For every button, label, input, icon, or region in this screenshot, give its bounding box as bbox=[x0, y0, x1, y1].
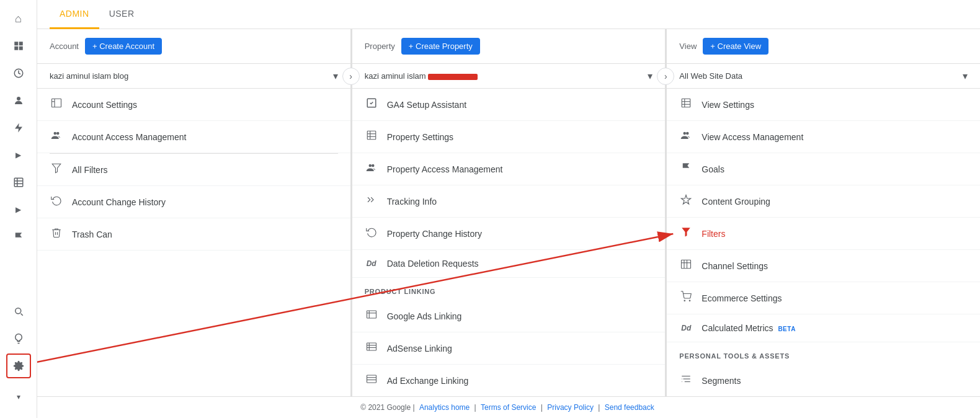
tab-user[interactable]: USER bbox=[99, 0, 145, 29]
trash-can-icon bbox=[50, 227, 63, 241]
svg-point-55 bbox=[690, 300, 691, 301]
account-settings-item[interactable]: Account Settings bbox=[37, 89, 350, 121]
view-col-header: View + Create View bbox=[667, 29, 980, 64]
account-change-history-item[interactable]: Account Change History bbox=[37, 186, 350, 218]
property-selector-text: kazi aminul islam bbox=[365, 71, 643, 81]
sidebar-explore-icon[interactable] bbox=[6, 299, 31, 324]
sidebar-expand3-icon[interactable]: ▾ bbox=[6, 385, 31, 409]
account-menu-items: Account Settings Account Access Manageme… bbox=[37, 89, 350, 396]
view-access-management-item[interactable]: View Access Management bbox=[667, 121, 980, 153]
tracking-info-item[interactable]: Tracking Info bbox=[352, 185, 666, 218]
property-menu-items: GA4 Setup Assistant Property Settings Pr… bbox=[352, 89, 666, 396]
sidebar-lightbulb-icon[interactable] bbox=[6, 326, 31, 351]
create-property-button[interactable]: + Create Property bbox=[401, 38, 480, 55]
all-filters-item[interactable]: All Filters bbox=[37, 154, 350, 186]
all-filters-label: All Filters bbox=[72, 165, 338, 175]
filters-item[interactable]: Filters bbox=[667, 218, 980, 250]
all-filters-icon bbox=[50, 162, 63, 177]
property-access-label: Property Access Management bbox=[387, 164, 653, 174]
sidebar-expand-icon[interactable]: ▶ bbox=[6, 143, 31, 167]
sidebar: ⌂ ▶ ▶ ▾ bbox=[0, 0, 37, 418]
calculated-metrics-item[interactable]: Dd Calculated Metrics BETA bbox=[667, 314, 980, 342]
sidebar-table-icon[interactable] bbox=[6, 170, 31, 195]
calculated-metrics-icon: Dd bbox=[679, 324, 693, 332]
view-selector[interactable]: All Web Site Data ▾ bbox=[667, 64, 980, 89]
footer-privacy[interactable]: Privacy Policy bbox=[547, 403, 594, 412]
tab-admin[interactable]: ADMIN bbox=[50, 0, 99, 29]
svg-rect-16 bbox=[52, 99, 61, 107]
property-change-history-item[interactable]: Property Change History bbox=[352, 218, 666, 250]
account-access-label: Account Access Management bbox=[72, 132, 338, 142]
svg-marker-49 bbox=[682, 228, 691, 236]
trash-can-label: Trash Can bbox=[72, 229, 338, 239]
footer-copyright: © 2021 Google bbox=[360, 403, 411, 412]
admin-content: Account + Create Account kazi aminul isl… bbox=[37, 29, 980, 396]
svg-rect-0 bbox=[14, 42, 18, 45]
svg-point-28 bbox=[372, 164, 375, 167]
content-grouping-label: Content Grouping bbox=[702, 197, 968, 207]
google-ads-label: Google Ads Linking bbox=[387, 311, 653, 321]
account-access-management-item[interactable]: Account Access Management bbox=[37, 121, 350, 153]
svg-rect-32 bbox=[367, 343, 376, 350]
svg-rect-36 bbox=[367, 375, 376, 383]
segments-item[interactable]: Segments bbox=[667, 365, 980, 396]
view-selector-text: All Web Site Data bbox=[679, 71, 958, 81]
property-change-history-icon bbox=[365, 226, 378, 241]
create-account-button[interactable]: + Create Account bbox=[85, 38, 162, 55]
settings-icon[interactable] bbox=[6, 354, 31, 378]
goals-item[interactable]: Goals bbox=[667, 153, 980, 185]
account-selector[interactable]: kazi aminul islam blog ▾ bbox=[37, 64, 350, 89]
sidebar-lightning-icon[interactable] bbox=[6, 115, 31, 140]
trash-can-item[interactable]: Trash Can bbox=[37, 218, 350, 251]
ad-exchange-linking-item[interactable]: Ad Exchange Linking bbox=[352, 365, 666, 396]
ga4-setup-item[interactable]: GA4 Setup Assistant bbox=[352, 89, 666, 121]
account-access-icon bbox=[50, 130, 63, 144]
svg-point-11 bbox=[17, 365, 20, 368]
svg-marker-6 bbox=[15, 123, 22, 133]
account-chevron-icon: ▾ bbox=[333, 70, 338, 82]
sidebar-expand2-icon[interactable]: ▶ bbox=[6, 197, 31, 222]
sidebar-person-icon[interactable] bbox=[6, 88, 31, 113]
footer-analytics-home[interactable]: Analytics home bbox=[419, 403, 470, 412]
sidebar-grid-icon[interactable] bbox=[6, 33, 31, 58]
data-deletion-requests-item[interactable]: Dd Data Deletion Requests bbox=[352, 250, 666, 278]
adsense-linking-item[interactable]: AdSense Linking bbox=[352, 332, 666, 365]
property-access-management-item[interactable]: Property Access Management bbox=[352, 153, 666, 185]
col-divider-1: › bbox=[351, 29, 352, 396]
property-chevron-icon: ▾ bbox=[648, 70, 653, 82]
view-settings-icon bbox=[679, 97, 693, 112]
view-settings-item[interactable]: View Settings bbox=[667, 89, 980, 121]
property-settings-label: Property Settings bbox=[387, 132, 653, 142]
channel-settings-item[interactable]: Channel Settings bbox=[667, 250, 980, 282]
footer: © 2021 Google | Analytics home | Terms o… bbox=[37, 396, 980, 418]
svg-rect-1 bbox=[19, 42, 22, 45]
segments-label: Segments bbox=[702, 376, 968, 386]
ecommerce-settings-item[interactable]: Ecommerce Settings bbox=[667, 282, 980, 314]
account-selector-text: kazi aminul islam blog bbox=[50, 71, 328, 81]
channel-settings-label: Channel Settings bbox=[702, 261, 968, 271]
create-view-button[interactable]: + Create View bbox=[703, 38, 768, 55]
account-change-history-label: Account Change History bbox=[72, 197, 338, 207]
google-ads-linking-item[interactable]: Google Ads Linking bbox=[352, 300, 666, 332]
tracking-info-icon bbox=[365, 194, 378, 208]
svg-rect-3 bbox=[19, 47, 22, 50]
google-ads-icon bbox=[365, 309, 378, 323]
sidebar-clock-icon[interactable] bbox=[6, 61, 31, 86]
col-arrow-1[interactable]: › bbox=[342, 68, 360, 85]
account-label: Account bbox=[50, 42, 79, 51]
property-change-history-label: Property Change History bbox=[387, 229, 653, 239]
property-selector[interactable]: kazi aminul islam ▾ bbox=[352, 64, 666, 89]
product-linking-section-label: PRODUCT LINKING bbox=[352, 278, 666, 300]
filters-label: Filters bbox=[702, 229, 968, 239]
content-grouping-item[interactable]: Content Grouping bbox=[667, 185, 980, 218]
svg-rect-7 bbox=[14, 178, 23, 187]
property-settings-item[interactable]: Property Settings bbox=[352, 121, 666, 153]
svg-point-5 bbox=[17, 97, 20, 100]
sidebar-home-icon[interactable]: ⌂ bbox=[6, 6, 31, 31]
view-access-icon bbox=[679, 130, 693, 144]
property-column: Property + Create Property kazi aminul i… bbox=[352, 29, 666, 396]
footer-terms[interactable]: Terms of Service bbox=[481, 403, 536, 412]
channel-settings-icon bbox=[679, 259, 693, 273]
sidebar-flag-icon[interactable] bbox=[6, 225, 31, 249]
footer-feedback[interactable]: Send feedback bbox=[605, 403, 654, 412]
